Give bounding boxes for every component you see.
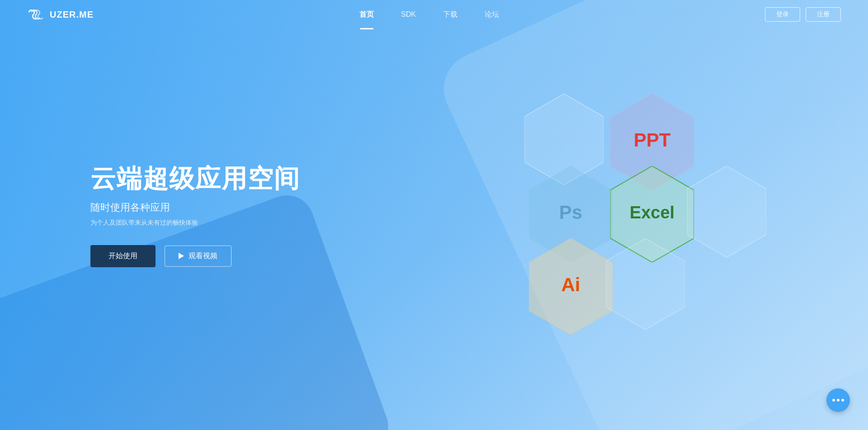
- hex-ai[interactable]: Ai: [529, 238, 613, 336]
- hex-grid: PPT Ps Excel Ai: [506, 94, 787, 347]
- hex-outline-right: [687, 166, 766, 259]
- dot-2: [837, 399, 840, 402]
- hero-content: 云端超级应用空间 随时使用各种应用 为个人及团队带来从未有过的畅快体验 开始使用…: [90, 163, 300, 267]
- navbar: UZER.ME 首页 SDK 下载 论坛 登录 注册: [0, 0, 868, 29]
- login-button[interactable]: 登录: [765, 7, 800, 22]
- nav-item-forum[interactable]: 论坛: [485, 10, 499, 19]
- ps-label: Ps: [559, 202, 582, 223]
- play-icon: [179, 253, 184, 259]
- dot-3: [841, 399, 844, 402]
- svg-marker-5: [687, 166, 766, 257]
- nav-actions: 登录 注册: [765, 7, 841, 22]
- nav-item-download[interactable]: 下载: [443, 10, 458, 19]
- ppt-label: PPT: [634, 129, 671, 151]
- svg-marker-6: [606, 238, 685, 330]
- logo[interactable]: UZER.ME: [27, 8, 94, 21]
- excel-label: Excel: [630, 203, 675, 222]
- hex-outline-bottom: [606, 238, 685, 331]
- hero-subtitle: 随时使用各种应用: [90, 201, 300, 214]
- chat-bubble[interactable]: [826, 388, 850, 412]
- dot-1: [832, 399, 835, 402]
- register-button[interactable]: 注册: [806, 7, 841, 22]
- hero-title: 云端超级应用空间: [90, 163, 300, 193]
- start-button[interactable]: 开始使用: [90, 245, 156, 267]
- video-button[interactable]: 观看视频: [165, 246, 231, 267]
- hero-buttons: 开始使用 观看视频: [90, 245, 300, 267]
- logo-icon: [27, 8, 45, 21]
- logo-text: UZER.ME: [50, 9, 94, 20]
- chat-dots: [832, 399, 844, 402]
- ai-label: Ai: [561, 274, 580, 296]
- hero-desc: 为个人及团队带来从未有过的畅快体验: [90, 219, 300, 227]
- nav-item-home[interactable]: 首页: [359, 10, 374, 19]
- nav-links: 首页 SDK 下载 论坛: [359, 10, 499, 19]
- hero-section: UZER.ME 首页 SDK 下载 论坛 登录 注册 云端超级应用空间 随时使用…: [0, 0, 868, 430]
- nav-item-sdk[interactable]: SDK: [401, 10, 416, 19]
